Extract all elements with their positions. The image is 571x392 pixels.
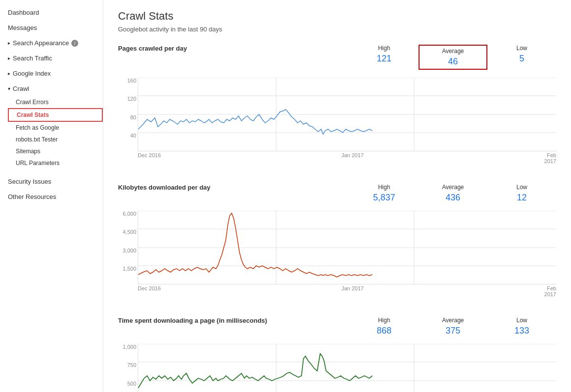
chart1-y-axis: 160 120 80 40	[119, 78, 138, 151]
crawl-submenu: Crawl Errors Crawl Stats Fetch as Google…	[0, 96, 103, 169]
chart1-x-axis: Dec 2016 Jan 2017 Feb2017	[118, 151, 556, 164]
chart2-high-label: High	[350, 184, 419, 191]
chart-pages-crawled: Pages crawled per day High 121 Average 4…	[118, 45, 556, 164]
chart3-high-label: High	[350, 317, 419, 324]
chevron-crawl-icon	[8, 86, 10, 91]
chart2-avg-label: Average	[419, 184, 487, 191]
chart2-low-cell: Low 12	[487, 184, 556, 203]
chart2-high-cell: High 5,837	[350, 184, 419, 203]
chart1-high-cell: High 121	[350, 45, 419, 70]
chart-time-downloading: Time spent downloading a page (in millis…	[118, 317, 556, 392]
chart1-high-value: 121	[350, 54, 419, 64]
chart2-y-axis: 6,000 4,500 3,000 1,500	[119, 211, 138, 284]
chart2-low-label: Low	[487, 184, 556, 191]
sidebar-item-dashboard[interactable]: Dashboard	[0, 5, 103, 20]
info-icon: i	[71, 40, 78, 47]
chart2-title: Kilobytes downloaded per day	[118, 184, 210, 191]
chart1-low-label: Low	[487, 45, 556, 52]
chart3-low-value: 133	[487, 326, 556, 336]
sidebar-item-robots-txt[interactable]: robots.txt Tester	[8, 134, 103, 145]
chart2-avg-value: 436	[419, 193, 487, 203]
chart2-high-value: 5,837	[350, 193, 419, 203]
page-title: Crawl Stats	[118, 10, 556, 23]
chart2-svg	[138, 211, 556, 284]
chevron-google-index-icon	[8, 71, 10, 76]
chart3-high-cell: High 868	[350, 317, 419, 336]
sidebar-item-crawl[interactable]: Crawl	[0, 81, 103, 96]
page-subtitle: Googlebot activity in the last 90 days	[118, 26, 556, 33]
sidebar-item-crawl-stats[interactable]: Crawl Stats	[8, 108, 103, 122]
chart2-avg-cell: Average 436	[419, 184, 487, 203]
chart2-low-value: 12	[487, 193, 556, 203]
chart3-low-cell: Low 133	[487, 317, 556, 336]
chart1-high-label: High	[350, 45, 419, 52]
sidebar-item-fetch-as-google[interactable]: Fetch as Google	[8, 122, 103, 134]
chart1-avg-label: Average	[420, 48, 486, 55]
chart-kilobytes: Kilobytes downloaded per day High 5,837 …	[118, 184, 556, 297]
chart1-low-cell: Low 5	[487, 45, 556, 70]
chevron-search-traffic-icon	[8, 56, 10, 61]
chart1-title: Pages crawled per day	[118, 45, 187, 52]
chart1-avg-cell: Average 46	[419, 45, 487, 70]
sidebar-item-security-issues[interactable]: Security Issues	[0, 174, 103, 189]
sidebar-item-other-resources[interactable]: Other Resources	[0, 189, 103, 204]
chevron-search-appearance-icon	[8, 40, 10, 46]
sidebar-item-search-traffic[interactable]: Search Traffic	[0, 51, 103, 66]
chart2-x-axis: Dec 2016 Jan 2017 Feb2017	[118, 284, 556, 297]
chart1-avg-value: 46	[420, 56, 486, 67]
sidebar-item-search-appearance[interactable]: Search Appearance i	[0, 35, 103, 51]
main-content: Crawl Stats Googlebot activity in the la…	[103, 0, 571, 392]
sidebar-item-google-index[interactable]: Google Index	[0, 66, 103, 81]
sidebar-item-messages[interactable]: Messages	[0, 20, 103, 35]
sidebar-item-url-parameters[interactable]: URL Parameters	[8, 157, 103, 169]
chart1-low-value: 5	[487, 54, 556, 64]
sidebar-item-sitemaps[interactable]: Sitemaps	[8, 145, 103, 157]
chart3-avg-value: 375	[419, 326, 487, 336]
chart3-avg-label: Average	[419, 317, 487, 324]
chart3-high-value: 868	[350, 326, 419, 336]
chart3-title: Time spent downloading a page (in millis…	[118, 317, 267, 324]
chart3-svg	[138, 344, 556, 392]
chart3-low-label: Low	[487, 317, 556, 324]
sidebar-item-crawl-errors[interactable]: Crawl Errors	[8, 96, 103, 108]
sidebar: Dashboard Messages Search Appearance i S…	[0, 0, 103, 392]
chart3-avg-cell: Average 375	[419, 317, 487, 336]
chart3-y-axis: 1,000 750 500 250	[119, 344, 138, 392]
chart1-svg	[138, 78, 556, 151]
